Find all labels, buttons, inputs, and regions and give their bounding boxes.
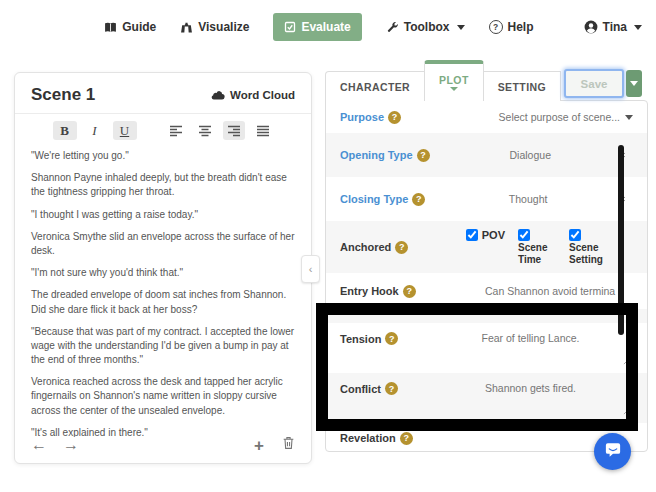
panel-tabs: CHARACTER PLOT SETTING — [325, 64, 561, 101]
conflict-label: Conflict ? — [340, 382, 398, 395]
add-scene-button[interactable]: + — [254, 437, 264, 454]
save-dropdown-button[interactable] — [626, 70, 642, 97]
prev-scene-button[interactable]: ← — [31, 437, 47, 453]
delete-scene-button[interactable] — [282, 436, 295, 454]
nav-evaluate-label: Evaluate — [301, 20, 350, 34]
tension-label: Tension ? — [340, 332, 398, 345]
anchored-options: POV Scene Time Scene Setting — [466, 229, 633, 265]
align-group — [165, 121, 274, 140]
tab-character[interactable]: CHARACTER — [325, 71, 425, 101]
tab-setting[interactable]: SETTING — [483, 71, 561, 101]
align-left-icon[interactable] — [165, 121, 187, 140]
top-nav: Guide Visualize Evaluate Toolbox ? Help … — [0, 0, 656, 54]
paragraph: The dreaded envelope of doom sat inches … — [31, 288, 295, 316]
help-icon[interactable]: ? — [403, 285, 416, 298]
collapse-panel-handle[interactable]: ‹ — [301, 255, 320, 283]
closing-type-select[interactable]: Thought — [425, 193, 611, 205]
chat-bubble-icon — [604, 441, 622, 463]
word-cloud-label: Word Cloud — [230, 89, 295, 101]
paragraph: Veronica reached across the desk and tap… — [31, 375, 295, 418]
paragraph: Shannon Payne inhaled deeply, but the br… — [31, 171, 295, 199]
scene-setting-label: Scene Setting — [569, 242, 607, 265]
panel-scrollbar[interactable] — [618, 145, 624, 335]
opening-type-label: Opening Type ? — [340, 149, 430, 162]
resize-handle-icon[interactable] — [623, 355, 630, 367]
next-scene-button[interactable]: → — [63, 437, 79, 453]
field-anchored: Anchored ? POV Scene Time Scene Setting — [326, 221, 647, 273]
conflict-textarea[interactable]: Shannon gets fired. — [428, 382, 633, 420]
field-opening-type: Opening Type ? Dialogue — [326, 133, 647, 177]
save-split-button: Save — [564, 69, 642, 98]
scene-editor-card: Scene 1 Word Cloud B I U "We're letting … — [14, 72, 312, 464]
person-icon — [584, 20, 598, 34]
resize-handle-icon[interactable] — [623, 405, 630, 417]
field-tension: Tension ? Fear of telling Lance. — [326, 323, 647, 373]
paragraph: "We're letting you go." — [31, 149, 295, 163]
editor-header: Scene 1 Word Cloud — [15, 73, 311, 114]
book-icon — [104, 21, 117, 34]
nav-guide-label: Guide — [122, 20, 156, 34]
purpose-label: Purpose ? — [340, 111, 401, 124]
bold-button[interactable]: B — [53, 121, 77, 140]
help-icon[interactable]: ? — [385, 382, 398, 395]
nav-evaluate[interactable]: Evaluate — [273, 13, 361, 41]
purpose-select[interactable]: Select purpose of scene... — [499, 111, 633, 123]
paragraph: "I'm not sure why you'd think that." — [31, 266, 295, 280]
question-circle-icon: ? — [489, 20, 503, 34]
anchored-label: Anchored ? — [340, 241, 408, 254]
field-purpose: Purpose ? Select purpose of scene... — [326, 101, 647, 133]
anchored-option-pov: POV — [466, 229, 505, 241]
tension-value: Fear of telling Lance. — [481, 332, 579, 344]
nav-toolbox[interactable]: Toolbox — [386, 20, 465, 34]
nav-user-label: Tina — [603, 20, 627, 34]
scene-text[interactable]: "We're letting you go."Shannon Payne inh… — [15, 145, 311, 437]
nav-visualize[interactable]: Visualize — [180, 20, 249, 34]
tension-textarea[interactable]: Fear of telling Lance. — [428, 332, 633, 370]
format-toolbar: B I U — [15, 114, 311, 145]
entry-hook-input[interactable] — [485, 285, 633, 297]
chat-button[interactable] — [594, 433, 631, 470]
help-icon[interactable]: ? — [417, 149, 430, 162]
italic-button[interactable]: I — [83, 121, 107, 140]
chevron-down-icon — [457, 25, 465, 30]
help-icon[interactable]: ? — [395, 241, 408, 254]
help-icon[interactable]: ? — [412, 193, 425, 206]
entry-hook-label: Entry Hook ? — [340, 285, 416, 298]
chevron-down-icon — [450, 87, 458, 91]
paragraph: "I thought I was getting a raise today." — [31, 208, 295, 222]
nav-help-label: Help — [508, 20, 534, 34]
underline-button[interactable]: U — [113, 121, 137, 140]
nav-help[interactable]: ? Help — [489, 20, 534, 34]
align-right-icon[interactable] — [223, 121, 245, 140]
word-cloud-button[interactable]: Word Cloud — [210, 89, 295, 102]
purpose-value: Select purpose of scene... — [499, 111, 620, 123]
binoculars-icon — [180, 21, 193, 34]
opening-type-select[interactable]: Dialogue — [430, 149, 611, 161]
scene-time-label: Scene Time — [518, 242, 556, 265]
anchored-option-scene-setting: Scene Setting — [569, 229, 607, 265]
help-icon[interactable]: ? — [388, 111, 401, 124]
field-closing-type: Closing Type ? Thought — [326, 177, 647, 221]
nav-guide[interactable]: Guide — [104, 20, 156, 34]
wrench-icon — [386, 21, 399, 34]
pov-checkbox[interactable] — [466, 229, 478, 241]
help-icon[interactable]: ? — [400, 432, 413, 445]
conflict-value: Shannon gets fired. — [485, 382, 576, 394]
save-button[interactable]: Save — [564, 69, 624, 98]
plot-panel: Purpose ? Select purpose of scene... Ope… — [325, 100, 648, 452]
cloud-icon — [210, 89, 225, 102]
chevron-down-icon — [630, 81, 638, 86]
nav-user-menu[interactable]: Tina — [584, 20, 642, 34]
align-justify-icon[interactable] — [252, 121, 274, 140]
scene-setting-checkbox[interactable] — [569, 229, 581, 241]
closing-type-label: Closing Type ? — [340, 193, 425, 206]
scene-title: Scene 1 — [31, 85, 95, 105]
tab-plot[interactable]: PLOT — [424, 60, 484, 101]
paragraph: "Because that was part of my contract. I… — [31, 325, 295, 368]
scene-time-checkbox[interactable] — [518, 229, 530, 241]
help-icon[interactable]: ? — [385, 332, 398, 345]
field-entry-hook: Entry Hook ? — [326, 273, 647, 309]
nav-visualize-label: Visualize — [198, 20, 249, 34]
nav-toolbox-label: Toolbox — [404, 20, 450, 34]
align-center-icon[interactable] — [194, 121, 216, 140]
